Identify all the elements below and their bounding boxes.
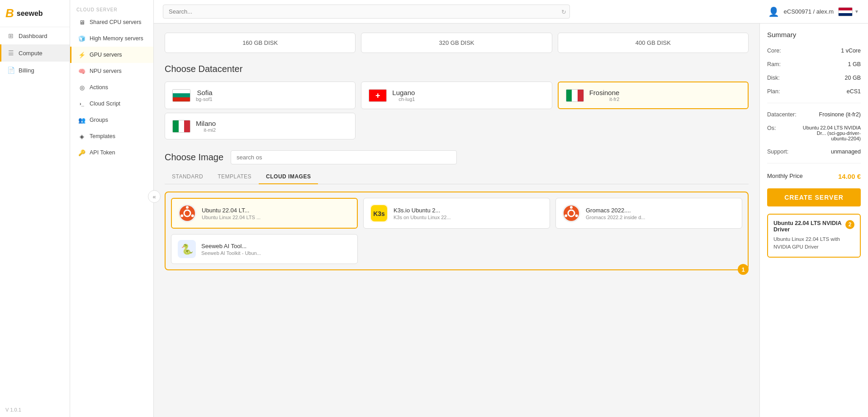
svg-text:K3s: K3s bbox=[373, 210, 385, 217]
compute-icon: ☰ bbox=[7, 49, 15, 57]
disk-option-320[interactable]: 320 GB DISK bbox=[361, 33, 552, 53]
summary-os-label: Os: bbox=[767, 125, 776, 141]
gpu-icon: ⚡ bbox=[78, 51, 86, 59]
image-seeweb-ai-name: Seeweb AI Tool... bbox=[201, 243, 261, 249]
cloud-script-icon: ›_ bbox=[78, 100, 86, 108]
summary-title: Summary bbox=[767, 31, 861, 38]
summary-row-disk: Disk: 20 GB bbox=[767, 73, 861, 83]
summary-os-value: Ubuntu 22.04 LTS NVIDIA Dr... (sci-gpu-d… bbox=[802, 125, 861, 141]
datacenter-extra: Milano it-mi2 bbox=[165, 113, 749, 139]
user-area: 👤 eCS00971 / alex.m ▼ bbox=[768, 6, 859, 17]
collapse-sidebar-button[interactable]: « bbox=[148, 190, 161, 203]
image-title: Choose Image bbox=[165, 152, 223, 163]
image-gromacs[interactable]: Gromacs 2022.... Gromacs 2022.2 inside d… bbox=[555, 198, 742, 229]
sub-item-label: NPU servers bbox=[90, 68, 122, 74]
sub-item-high-memory[interactable]: 🧊 High Memory servers bbox=[70, 30, 153, 47]
summary-plan-value: eCS1 bbox=[847, 88, 861, 95]
language-selector[interactable]: ▼ bbox=[838, 7, 859, 16]
summary-datacenter-label: Datacenter: bbox=[767, 111, 797, 118]
tab-templates[interactable]: TEMPLATES bbox=[210, 170, 259, 184]
image-k3s-name: K3s.io Ubuntu 2... bbox=[394, 207, 451, 214]
sub-sidebar-title: CLOUD SERVER bbox=[70, 4, 153, 14]
sub-item-label: Actions bbox=[90, 84, 108, 91]
image-seeweb-ai[interactable]: 🐍 Seeweb AI Tool... Seeweb AI Toolkit - … bbox=[171, 234, 358, 264]
sub-item-label: GPU servers bbox=[90, 52, 122, 58]
sub-item-label: Groups bbox=[90, 117, 108, 123]
sub-item-templates[interactable]: ◈ Templates bbox=[70, 128, 153, 144]
summary-datacenter-value: Frosinone (it-fr2) bbox=[819, 111, 861, 118]
gromacs-icon bbox=[562, 204, 580, 222]
monthly-price-value: 14.00 € bbox=[838, 173, 861, 180]
disk-options: 160 GB DISK 320 GB DISK 400 GB DISK bbox=[165, 33, 749, 53]
tooltip-popup: Ubuntu 22.04 LTS NVIDIA Driver 2 Ubuntu … bbox=[767, 214, 861, 258]
summary-disk-value: 20 GB bbox=[845, 75, 861, 81]
search-input[interactable] bbox=[163, 5, 570, 19]
tab-standard[interactable]: STANDARD bbox=[165, 170, 210, 184]
image-search-input[interactable] bbox=[231, 150, 457, 164]
sidebar-item-dashboard[interactable]: ⊞ Dashboard bbox=[0, 27, 70, 44]
sidebar-item-label: Billing bbox=[19, 67, 34, 74]
python-icon: 🐍 bbox=[178, 240, 196, 258]
templates-icon: ◈ bbox=[78, 132, 86, 140]
search-refresh-icon[interactable]: ↻ bbox=[561, 8, 566, 15]
datacenter-sofia[interactable]: Sofia bg-sof1 bbox=[165, 81, 356, 109]
datacenter-milano-name: Milano bbox=[196, 120, 216, 127]
switzerland-flag-icon: + bbox=[369, 89, 387, 102]
version-label: V 1.0.1 bbox=[0, 403, 70, 417]
image-ubuntu[interactable]: Ubuntu 22.04 LT... Ubuntu Linux 22.04 LT… bbox=[171, 198, 358, 229]
tab-cloud-images[interactable]: CLOUD IMAGES bbox=[259, 170, 318, 184]
sub-item-gpu[interactable]: ⚡ GPU servers bbox=[70, 47, 153, 63]
summary-ram-label: Ram: bbox=[767, 61, 781, 67]
section-badge-1: 1 bbox=[738, 264, 749, 275]
npu-icon: 🧠 bbox=[78, 67, 86, 75]
summary-support-value: unmanaged bbox=[831, 149, 861, 155]
sidebar-item-billing[interactable]: 📄 Billing bbox=[0, 62, 70, 79]
sidebar-item-compute[interactable]: ☰ Compute bbox=[0, 44, 70, 62]
svg-point-2 bbox=[186, 206, 189, 209]
sub-item-actions[interactable]: ◎ Actions bbox=[70, 79, 153, 96]
summary-row-os: Os: Ubuntu 22.04 LTS NVIDIA Dr... (sci-g… bbox=[767, 123, 861, 143]
sub-item-npu[interactable]: 🧠 NPU servers bbox=[70, 63, 153, 79]
sub-item-label: API Token bbox=[90, 149, 115, 156]
logo-text: seeweb bbox=[17, 10, 43, 18]
actions-icon: ◎ bbox=[78, 83, 86, 91]
disk-option-400[interactable]: 400 GB DISK bbox=[558, 33, 749, 53]
image-ubuntu-name: Ubuntu 22.04 LT... bbox=[202, 207, 261, 214]
datacenter-lugano[interactable]: + Lugano ch-lug1 bbox=[361, 81, 552, 109]
italy-flag-icon bbox=[566, 89, 584, 102]
sub-sidebar: CLOUD SERVER 🖥 Shared CPU servers 🧊 High… bbox=[70, 0, 154, 417]
tooltip-desc: Ubuntu Linux 22.04 LTS with NVIDIA GPU D… bbox=[773, 235, 854, 251]
image-gromacs-desc: Gromacs 2022.2 inside d... bbox=[586, 215, 645, 220]
create-server-button[interactable]: CREATE SERVER bbox=[767, 188, 861, 206]
image-k3s[interactable]: K3s K3s.io Ubuntu 2... K3s on Ubuntu Lin… bbox=[363, 198, 550, 229]
k3s-icon: K3s bbox=[370, 204, 388, 222]
sub-item-cloud-script[interactable]: ›_ Cloud Script bbox=[70, 96, 153, 112]
bulgaria-flag-icon bbox=[172, 89, 190, 102]
username-label: eCS00971 / alex.m bbox=[784, 8, 834, 15]
italy-flag-2-icon bbox=[172, 120, 190, 133]
datacenter-milano[interactable]: Milano it-mi2 bbox=[165, 113, 356, 139]
summary-price-row: Monthly Price 14.00 € bbox=[767, 170, 861, 183]
svg-point-11 bbox=[564, 215, 567, 217]
image-outer-section: Ubuntu 22.04 LT... Ubuntu Linux 22.04 LT… bbox=[165, 192, 749, 270]
billing-icon: 📄 bbox=[7, 66, 15, 74]
tooltip-title: Ubuntu 22.04 LTS NVIDIA Driver bbox=[773, 220, 845, 233]
sub-item-shared-cpu[interactable]: 🖥 Shared CPU servers bbox=[70, 14, 153, 30]
svg-point-4 bbox=[180, 215, 183, 217]
content-area: 160 GB DISK 320 GB DISK 400 GB DISK Choo… bbox=[154, 24, 759, 417]
sidebar: B seeweb ⊞ Dashboard ☰ Compute 📄 Billing… bbox=[0, 0, 70, 417]
image-row2: 🐍 Seeweb AI Tool... Seeweb AI Toolkit - … bbox=[171, 234, 742, 264]
api-token-icon: 🔑 bbox=[78, 149, 86, 157]
summary-divider-2 bbox=[767, 163, 861, 163]
summary-disk-label: Disk: bbox=[767, 75, 780, 81]
disk-option-160[interactable]: 160 GB DISK bbox=[165, 33, 356, 53]
sidebar-item-label: Dashboard bbox=[19, 33, 47, 39]
datacenter-lugano-code: ch-lug1 bbox=[392, 96, 415, 102]
logo-b-icon: B bbox=[5, 6, 14, 20]
summary-plan-label: Plan: bbox=[767, 88, 780, 95]
datacenter-frosinone[interactable]: Frosinone it-fr2 bbox=[558, 81, 749, 109]
chevron-left-icon: « bbox=[152, 193, 156, 200]
sub-item-groups[interactable]: 👥 Groups bbox=[70, 112, 153, 128]
datacenter-milano-code: it-mi2 bbox=[196, 127, 216, 133]
sub-item-api-token[interactable]: 🔑 API Token bbox=[70, 144, 153, 161]
